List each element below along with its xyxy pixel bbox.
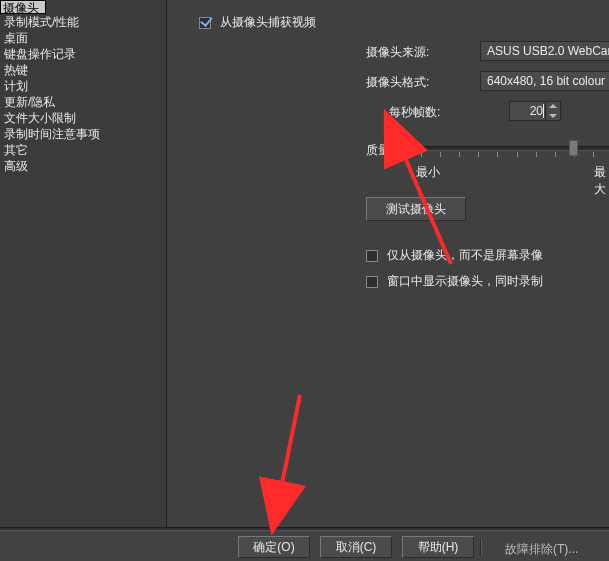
webcam-settings-panel: 从摄像头捕获视频 摄像头来源: ASUS USB2.0 WebCam 摄像头格式… (167, 0, 609, 527)
webcam-source-combo[interactable]: ASUS USB2.0 WebCam (480, 41, 609, 61)
sidebar-item-other[interactable]: 其它 (0, 142, 166, 158)
sidebar-item-hotkeys[interactable]: 热键 (0, 62, 166, 78)
only-webcam-checkbox[interactable] (366, 250, 378, 262)
quality-slider[interactable] (421, 138, 609, 166)
slider-thumb[interactable] (569, 140, 578, 156)
only-webcam-label: 仅从摄像头，而不是屏幕录像 (387, 248, 543, 262)
button-separator (480, 538, 482, 556)
quality-max-label: 最大 (594, 164, 609, 198)
capture-from-webcam-label: 从摄像头捕获视频 (220, 15, 316, 29)
ok-button[interactable]: 确定(O) (238, 536, 310, 558)
test-webcam-button[interactable]: 测试摄像头 (366, 197, 466, 221)
capture-from-webcam-row: 从摄像头捕获视频 (199, 14, 316, 31)
text-caret (543, 104, 544, 118)
sidebar-item-keyboard[interactable]: 键盘操作记录 (0, 46, 166, 62)
sidebar-item-update-privacy[interactable]: 更新/隐私 (0, 94, 166, 110)
sidebar-item-time-notes[interactable]: 录制时间注意事项 (0, 126, 166, 142)
sidebar-item-schedule[interactable]: 计划 (0, 78, 166, 94)
cancel-button[interactable]: 取消(C) (320, 536, 392, 558)
webcam-source-label: 摄像头来源: (366, 44, 429, 61)
fps-spinner[interactable] (545, 102, 560, 120)
sidebar-title: 摄像头 (0, 0, 46, 14)
slider-track (421, 146, 609, 151)
webcam-format-combo[interactable]: 640x480, 16 bit colour (480, 71, 609, 91)
troubleshoot-link[interactable]: 故障排除(T)... (505, 541, 578, 558)
sidebar-item-advanced[interactable]: 高级 (0, 158, 166, 174)
only-webcam-row: 仅从摄像头，而不是屏幕录像 (366, 247, 543, 264)
settings-sidebar: 摄像头 录制模式/性能 桌面 键盘操作记录 热键 计划 更新/隐私 文件大小限制… (0, 0, 167, 527)
show-in-window-row: 窗口中显示摄像头，同时录制 (366, 273, 543, 290)
show-in-window-checkbox[interactable] (366, 276, 378, 288)
quality-label: 质量: (366, 142, 393, 159)
help-button[interactable]: 帮助(H) (402, 536, 474, 558)
dialog-button-row: 确定(O) 取消(C) 帮助(H) 故障排除(T)... (0, 531, 609, 561)
sidebar-item-filesize[interactable]: 文件大小限制 (0, 110, 166, 126)
fps-input[interactable] (510, 102, 546, 120)
show-in-window-label: 窗口中显示摄像头，同时录制 (387, 274, 543, 288)
fps-label: 每秒帧数: (389, 104, 440, 121)
sidebar-item-record-mode[interactable]: 录制模式/性能 (0, 14, 166, 30)
quality-min-label: 最小 (416, 164, 440, 181)
capture-from-webcam-checkbox[interactable] (199, 17, 211, 29)
webcam-format-label: 摄像头格式: (366, 74, 429, 91)
slider-ticks (421, 152, 609, 158)
webcam-format-value: 640x480, 16 bit colour (487, 74, 605, 88)
webcam-source-value: ASUS USB2.0 WebCam (487, 44, 609, 58)
chevron-down-icon (549, 114, 557, 118)
chevron-up-icon (549, 104, 557, 108)
fps-stepper[interactable] (509, 101, 561, 121)
sidebar-item-desktop[interactable]: 桌面 (0, 30, 166, 46)
